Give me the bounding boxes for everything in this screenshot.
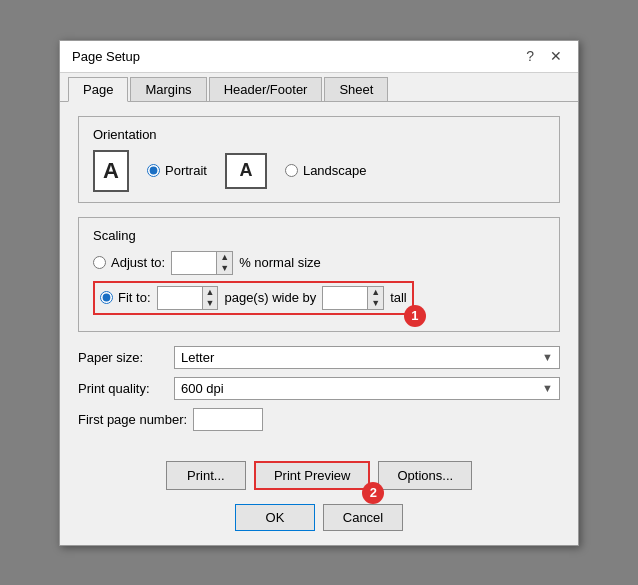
bottom-btn-row: Print... Print Preview 2 Options... <box>60 453 578 504</box>
adjust-value[interactable]: 70 <box>172 252 216 274</box>
print-quality-dropdown[interactable]: 600 dpi ▼ <box>174 377 560 400</box>
fit-tall-suffix: tall <box>390 290 407 305</box>
landscape-option[interactable]: Landscape <box>285 163 367 178</box>
adjust-spin-up[interactable]: ▲ <box>217 252 232 263</box>
first-page-input[interactable]: Auto <box>193 408 263 431</box>
paper-size-dropdown[interactable]: Letter ▼ <box>174 346 560 369</box>
ok-button[interactable]: OK <box>235 504 315 531</box>
orientation-row: A Portrait A Landscape <box>93 150 545 192</box>
fit-tall-spinner[interactable]: 1 ▲ ▼ <box>322 286 384 310</box>
landscape-radio[interactable] <box>285 164 298 177</box>
fit-wide-suffix: page(s) wide by <box>224 290 316 305</box>
scaling-group: Scaling Adjust to: 70 ▲ ▼ % normal size <box>78 217 560 332</box>
badge-1: 1 <box>404 305 426 327</box>
title-icons: ? ✕ <box>522 49 566 63</box>
fit-wide-spin-down[interactable]: ▼ <box>203 298 218 309</box>
page-setup-dialog: Page Setup ? ✕ Page Margins Header/Foote… <box>59 40 579 546</box>
cancel-button[interactable]: Cancel <box>323 504 403 531</box>
ok-cancel-row: OK Cancel <box>60 504 578 545</box>
paper-size-value: Letter <box>181 350 214 365</box>
help-button[interactable]: ? <box>522 49 538 63</box>
adjust-spinner-btns: ▲ ▼ <box>216 252 232 274</box>
fit-wide-spin-up[interactable]: ▲ <box>203 287 218 298</box>
portrait-radio[interactable] <box>147 164 160 177</box>
portrait-label: Portrait <box>165 163 207 178</box>
adjust-radio[interactable] <box>93 256 106 269</box>
paper-size-row: Paper size: Letter ▼ <box>78 346 560 369</box>
portrait-icon: A <box>93 150 129 192</box>
adjust-label: Adjust to: <box>111 255 165 270</box>
fit-label: Fit to: <box>118 290 151 305</box>
fit-tall-value[interactable]: 1 <box>323 287 367 309</box>
fit-tall-spinner-btns: ▲ ▼ <box>367 287 383 309</box>
adjust-spinner[interactable]: 70 ▲ ▼ <box>171 251 233 275</box>
adjust-spin-down[interactable]: ▼ <box>217 263 232 274</box>
badge-2: 2 <box>362 482 384 504</box>
landscape-label: Landscape <box>303 163 367 178</box>
print-quality-value: 600 dpi <box>181 381 224 396</box>
fit-tall-spin-up[interactable]: ▲ <box>368 287 383 298</box>
orientation-group: Orientation A Portrait A Landscape <box>78 116 560 203</box>
title-bar: Page Setup ? ✕ <box>60 41 578 73</box>
print-preview-button[interactable]: Print Preview <box>254 461 371 490</box>
fit-option[interactable]: Fit to: <box>100 290 151 305</box>
fit-radio[interactable] <box>100 291 113 304</box>
adjust-option[interactable]: Adjust to: <box>93 255 165 270</box>
tab-margins[interactable]: Margins <box>130 77 206 101</box>
adjust-row: Adjust to: 70 ▲ ▼ % normal size <box>93 251 545 275</box>
paper-size-label: Paper size: <box>78 350 168 365</box>
paper-size-arrow: ▼ <box>542 351 553 363</box>
options-button[interactable]: Options... <box>378 461 472 490</box>
tab-sheet[interactable]: Sheet <box>324 77 388 101</box>
landscape-icon: A <box>225 153 267 189</box>
portrait-option[interactable]: Portrait <box>147 163 207 178</box>
tab-page[interactable]: Page <box>68 77 128 102</box>
dialog-title: Page Setup <box>72 49 140 64</box>
fit-row: Fit to: 1 ▲ ▼ page(s) wide by 1 ▲ <box>93 281 545 315</box>
first-page-row: First page number: Auto <box>78 408 560 431</box>
close-button[interactable]: ✕ <box>546 49 566 63</box>
print-quality-row: Print quality: 600 dpi ▼ <box>78 377 560 400</box>
print-button[interactable]: Print... <box>166 461 246 490</box>
print-preview-wrapper: Print Preview 2 <box>254 461 371 490</box>
fit-tall-spin-down[interactable]: ▼ <box>368 298 383 309</box>
adjust-suffix: % normal size <box>239 255 321 270</box>
orientation-title: Orientation <box>93 127 545 142</box>
fit-wide-spinner[interactable]: 1 ▲ ▼ <box>157 286 219 310</box>
first-page-label: First page number: <box>78 412 187 427</box>
fit-wide-value[interactable]: 1 <box>158 287 202 309</box>
print-quality-label: Print quality: <box>78 381 168 396</box>
fit-row-wrapper: Fit to: 1 ▲ ▼ page(s) wide by 1 ▲ <box>93 281 414 315</box>
fit-wide-spinner-btns: ▲ ▼ <box>202 287 218 309</box>
print-quality-arrow: ▼ <box>542 382 553 394</box>
tab-bar: Page Margins Header/Footer Sheet <box>60 73 578 102</box>
content-area: Orientation A Portrait A Landscape Scali… <box>60 102 578 453</box>
tab-header-footer[interactable]: Header/Footer <box>209 77 323 101</box>
scaling-title: Scaling <box>93 228 545 243</box>
